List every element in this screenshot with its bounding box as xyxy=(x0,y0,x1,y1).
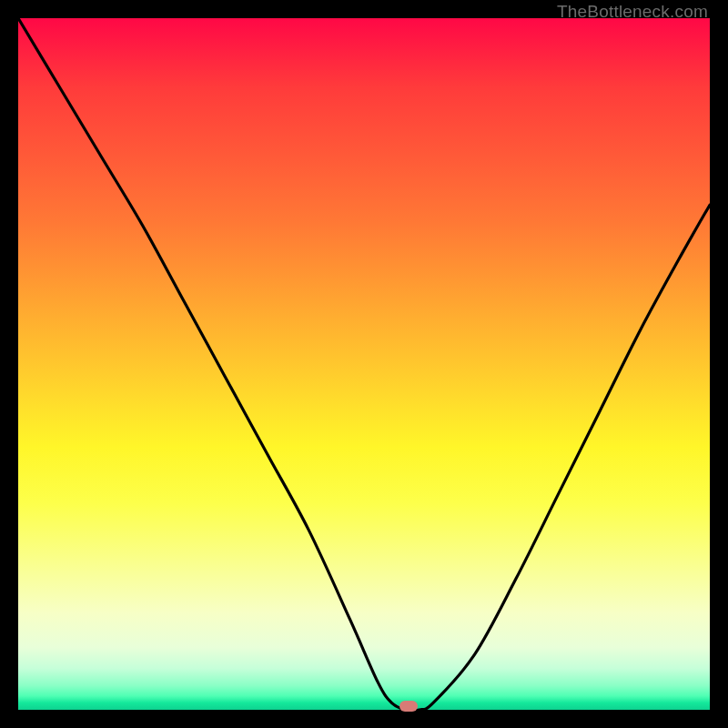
bottleneck-curve-path xyxy=(18,18,710,710)
plot-area xyxy=(18,18,710,710)
optimal-point-marker xyxy=(399,701,418,712)
curve-svg xyxy=(18,18,710,710)
bottleneck-chart: TheBottleneck.com xyxy=(0,0,728,728)
